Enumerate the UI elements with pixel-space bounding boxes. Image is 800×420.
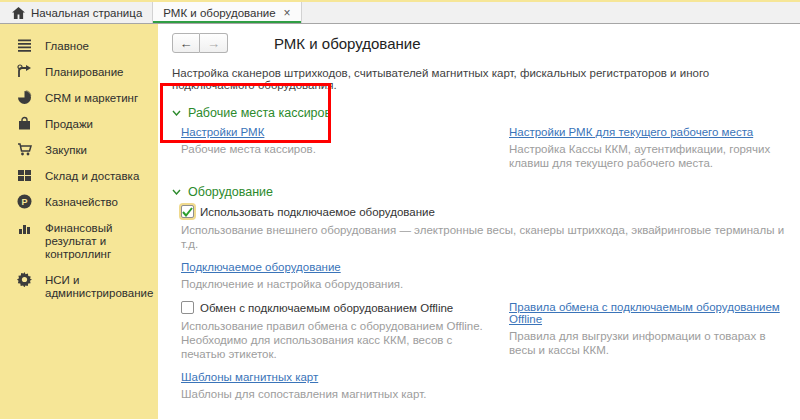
- tab-rmk-equipment[interactable]: РМК и оборудование ×: [152, 2, 301, 23]
- pluggable-equipment-cell: Подключаемое оборудование Подключение и …: [181, 261, 487, 291]
- link-rmk-settings[interactable]: Настройки РМК: [181, 126, 264, 138]
- tab-active-label: РМК и оборудование: [163, 7, 275, 19]
- tab-bar: Начальная страница РМК и оборудование ×: [0, 2, 800, 24]
- bar-chart-icon: [17, 220, 32, 235]
- offline-exchange-cell: Обмен с подключаемым оборудованием Offli…: [181, 301, 487, 361]
- offline-exchange-rules-cell: Правила обмена с подключаемым оборудован…: [509, 301, 786, 361]
- link-offline-exchange-rules[interactable]: Правила обмена с подключаемым оборудован…: [509, 301, 786, 325]
- sidebar-item-label: Финансовый результат и контроллинг: [45, 221, 152, 261]
- checkbox-description: Использование внешнего оборудования — эл…: [181, 223, 786, 251]
- section-equipment: Оборудование Использовать подключаемое о…: [172, 185, 786, 401]
- gear-icon: [17, 272, 32, 287]
- sidebar-item-purchases[interactable]: Закупки: [0, 137, 158, 163]
- settings-rmk-cell: Настройки РМК Рабочие места кассиров.: [181, 126, 487, 170]
- section-title: Оборудование: [188, 185, 273, 199]
- tab-home[interactable]: Начальная страница: [2, 2, 152, 23]
- sidebar-item-label: НСИ и администрирование: [45, 273, 153, 300]
- sidebar-item-planning[interactable]: Планирование: [0, 59, 158, 85]
- link-pluggable-equipment[interactable]: Подключаемое оборудование: [181, 261, 341, 273]
- section-cashier-workplaces: Рабочие места кассиров Настройки РМК Раб…: [172, 106, 786, 170]
- sidebar-item-crm[interactable]: CRM и маркетинг: [0, 85, 158, 111]
- checkmark-icon: [182, 207, 193, 217]
- offline-exchange-checkbox[interactable]: [181, 301, 194, 314]
- sidebar-item-sales[interactable]: Продажи: [0, 111, 158, 137]
- link-magnetic-card-templates[interactable]: Шаблоны магнитных карт: [181, 371, 318, 383]
- planning-icon: [17, 64, 32, 79]
- link-description: Рабочие места кассиров.: [181, 142, 487, 156]
- nav-back-button[interactable]: ←: [172, 33, 200, 53]
- sidebar-item-label: CRM и маркетинг: [45, 91, 138, 105]
- sidebar-item-label: Продажи: [45, 117, 93, 131]
- sidebar-item-warehouse[interactable]: Склад и доставка: [0, 163, 158, 189]
- sidebar-item-finance[interactable]: Финансовый результат и контроллинг: [0, 215, 158, 267]
- link-description: Правила для выгрузки информации о товара…: [509, 329, 786, 357]
- sidebar-item-admin[interactable]: НСИ и администрирование: [0, 267, 158, 306]
- chevron-down-icon: [172, 110, 181, 116]
- close-icon[interactable]: ×: [284, 6, 291, 20]
- sidebar-item-label: Закупки: [45, 143, 87, 157]
- page-title: РМК и оборудование: [274, 35, 420, 52]
- link-description: Подключение и настройка оборудования.: [181, 277, 487, 291]
- page-subtitle: Настройка сканеров штрихкодов, считывате…: [172, 67, 786, 91]
- sidebar-item-label: Казначейство: [45, 195, 118, 209]
- bag-icon: [17, 116, 32, 131]
- checkbox-label: Обмен с подключаемым оборудованием Offli…: [200, 302, 453, 314]
- sidebar-item-label: Склад и доставка: [45, 169, 139, 183]
- sidebar-item-label: Главное: [45, 39, 89, 53]
- section-header-cashier-workplaces[interactable]: Рабочие места кассиров: [172, 106, 786, 120]
- use-equipment-cell: Использовать подключаемое оборудование И…: [181, 205, 786, 251]
- tab-home-label: Начальная страница: [31, 7, 142, 19]
- sidebar-item-label: Планирование: [45, 65, 123, 79]
- home-icon: [12, 7, 25, 19]
- checkbox-description: Использование правил обмена с оборудован…: [181, 319, 487, 361]
- checkbox-label: Использовать подключаемое оборудование: [200, 206, 435, 218]
- section-header-equipment[interactable]: Оборудование: [172, 185, 786, 199]
- link-rmk-settings-current-workplace[interactable]: Настройки РМК для текущего рабочего мест…: [509, 126, 753, 138]
- svg-text:Р: Р: [21, 197, 27, 207]
- link-description: Настройка Кассы ККМ, аутентификации, гор…: [509, 142, 786, 170]
- menu-icon: [17, 38, 32, 53]
- pie-chart-icon: [17, 90, 32, 105]
- sidebar: Главное Планирование CRM и маркетинг Про…: [0, 24, 158, 419]
- chevron-down-icon: [172, 189, 181, 195]
- use-equipment-checkbox[interactable]: [181, 205, 194, 218]
- ruble-circle-icon: Р: [17, 194, 32, 209]
- boxes-icon: [17, 168, 32, 183]
- main-content: ← → РМК и оборудование Настройка сканеро…: [158, 24, 800, 419]
- cart-icon: [17, 142, 32, 157]
- nav-forward-button[interactable]: →: [200, 33, 228, 53]
- sidebar-item-treasury[interactable]: Р Казначейство: [0, 189, 158, 215]
- magnetic-card-templates-cell: Шаблоны магнитных карт Шаблоны для сопос…: [181, 371, 487, 401]
- sidebar-item-main[interactable]: Главное: [0, 33, 158, 59]
- link-description: Шаблоны для сопоставления магнитных карт…: [181, 387, 487, 401]
- section-title: Рабочие места кассиров: [188, 106, 331, 120]
- settings-rmk-current-cell: Настройки РМК для текущего рабочего мест…: [509, 126, 786, 170]
